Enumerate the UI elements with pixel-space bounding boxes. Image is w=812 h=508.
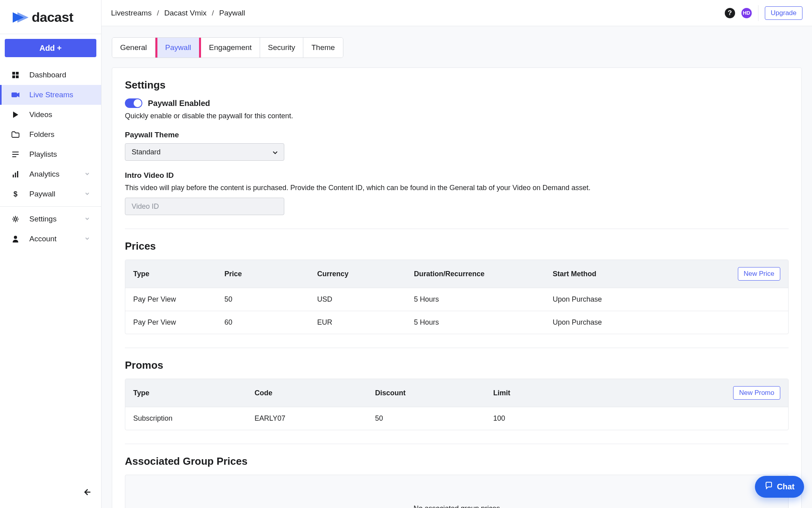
sidebar-item-settings[interactable]: Settings: [0, 209, 101, 229]
breadcrumb-item[interactable]: Livestreams: [111, 9, 151, 17]
sidebar-item-label: Settings: [29, 215, 75, 223]
tab-general[interactable]: General: [112, 38, 155, 58]
chevron-down-icon: [273, 148, 278, 156]
divider: [125, 444, 789, 444]
cell-limit: 100: [493, 414, 780, 423]
paywall-theme-label: Paywall Theme: [125, 131, 789, 139]
svg-rect-2: [12, 75, 15, 78]
sidebar-item-folders[interactable]: Folders: [0, 125, 101, 144]
back-arrow-icon[interactable]: [82, 487, 92, 498]
sidebar-nav: Dashboard Live Streams Videos Folders Pl…: [0, 62, 101, 252]
sidebar-item-paywall[interactable]: $ Paywall: [0, 184, 101, 204]
table-header: Type Code Discount Limit New Promo: [125, 379, 788, 407]
tab-security[interactable]: Security: [260, 38, 304, 58]
cell-type: Pay Per View: [133, 295, 224, 304]
sidebar-item-label: Live Streams: [29, 90, 90, 99]
breadcrumb-item: Paywall: [219, 9, 245, 17]
column-header: Type: [133, 270, 224, 278]
sidebar-item-analytics[interactable]: Analytics: [0, 164, 101, 184]
help-icon[interactable]: ?: [725, 8, 735, 18]
sidebar-item-live-streams[interactable]: Live Streams: [0, 85, 101, 105]
promos-table: Type Code Discount Limit New Promo Subsc…: [125, 379, 789, 430]
sidebar-item-label: Dashboard: [29, 71, 90, 79]
table-header: Type Price Currency Duration/Recurrence …: [125, 260, 788, 288]
table-row[interactable]: Pay Per View 60 EUR 5 Hours Upon Purchas…: [125, 311, 788, 334]
dollar-icon: $: [11, 190, 20, 198]
svg-text:$: $: [13, 190, 17, 198]
paywall-enabled-toggle[interactable]: [125, 98, 142, 108]
avatar[interactable]: HD: [741, 8, 752, 18]
sidebar-item-label: Playlists: [29, 150, 90, 159]
toggle-help-text: Quickly enable or disable the paywall fo…: [125, 112, 789, 120]
cell-code: EARLY07: [255, 414, 375, 423]
svg-rect-9: [15, 173, 16, 177]
breadcrumb: Livestreams / Dacast Vmix / Paywall: [111, 9, 725, 17]
cell-type: Subscription: [133, 414, 255, 423]
topbar: Livestreams / Dacast Vmix / Paywall ? HD…: [102, 0, 812, 26]
svg-point-13: [14, 236, 17, 239]
user-icon: [11, 235, 20, 243]
cell-currency: EUR: [317, 318, 414, 327]
gear-icon: [11, 215, 20, 223]
tab-theme[interactable]: Theme: [303, 38, 343, 58]
svg-rect-4: [11, 92, 17, 97]
logo-icon: [12, 11, 29, 24]
column-header: Type: [133, 389, 255, 397]
column-header: Code: [255, 389, 375, 397]
breadcrumb-separator: /: [212, 9, 214, 17]
cell-duration: 5 Hours: [414, 295, 553, 304]
logo[interactable]: dacast: [0, 0, 101, 34]
intro-video-input[interactable]: [125, 198, 284, 215]
cell-price: 60: [224, 318, 317, 327]
sidebar-item-account[interactable]: Account: [0, 229, 101, 249]
cell-price: 50: [224, 295, 317, 304]
analytics-icon: [11, 170, 20, 179]
column-header: Limit: [493, 389, 733, 397]
column-header: Start Method: [553, 270, 738, 278]
chevron-down-icon: [84, 215, 90, 223]
dashboard-icon: [11, 71, 20, 79]
tab-paywall[interactable]: Paywall: [157, 38, 199, 58]
sidebar-item-label: Folders: [29, 130, 90, 139]
chat-label: Chat: [777, 482, 795, 491]
svg-rect-3: [16, 75, 19, 78]
tab-highlight: Paywall: [155, 37, 201, 58]
sidebar-item-label: Account: [29, 235, 75, 243]
divider: [758, 5, 758, 21]
tab-engagement[interactable]: Engagement: [201, 38, 260, 58]
breadcrumb-item[interactable]: Dacast Vmix: [164, 9, 207, 17]
sidebar-item-label: Videos: [29, 110, 90, 119]
svg-rect-8: [13, 175, 14, 177]
main: Livestreams / Dacast Vmix / Paywall ? HD…: [102, 0, 812, 508]
add-button[interactable]: Add +: [5, 39, 96, 57]
cell-currency: USD: [317, 295, 414, 304]
cell-duration: 5 Hours: [414, 318, 553, 327]
prices-heading: Prices: [125, 240, 789, 252]
column-header: Discount: [375, 389, 493, 397]
chat-button[interactable]: Chat: [755, 476, 804, 498]
new-price-button[interactable]: New Price: [738, 267, 780, 281]
new-promo-button[interactable]: New Promo: [733, 386, 780, 400]
column-header: Currency: [317, 270, 414, 278]
paywall-theme-select[interactable]: Standard: [125, 143, 284, 161]
sidebar-item-label: Analytics: [29, 170, 75, 179]
settings-heading: Settings: [125, 79, 789, 91]
chat-icon: [764, 481, 773, 492]
svg-point-12: [14, 218, 17, 220]
divider: [125, 229, 789, 229]
upgrade-button[interactable]: Upgrade: [765, 6, 802, 20]
table-row[interactable]: Pay Per View 50 USD 5 Hours Upon Purchas…: [125, 288, 788, 311]
select-value: Standard: [132, 148, 161, 156]
table-row[interactable]: Subscription EARLY07 50 100: [125, 407, 788, 430]
column-header: Price: [224, 270, 317, 278]
play-icon: [11, 110, 20, 119]
cell-start: Upon Purchase: [553, 295, 780, 304]
svg-rect-0: [12, 72, 15, 75]
chevron-down-icon: [84, 170, 90, 179]
group-prices-heading: Associated Group Prices: [125, 455, 789, 468]
cell-discount: 50: [375, 414, 493, 423]
sidebar-item-videos[interactable]: Videos: [0, 105, 101, 125]
svg-rect-10: [17, 171, 18, 177]
sidebar-item-dashboard[interactable]: Dashboard: [0, 65, 101, 85]
sidebar-item-playlists[interactable]: Playlists: [0, 144, 101, 164]
